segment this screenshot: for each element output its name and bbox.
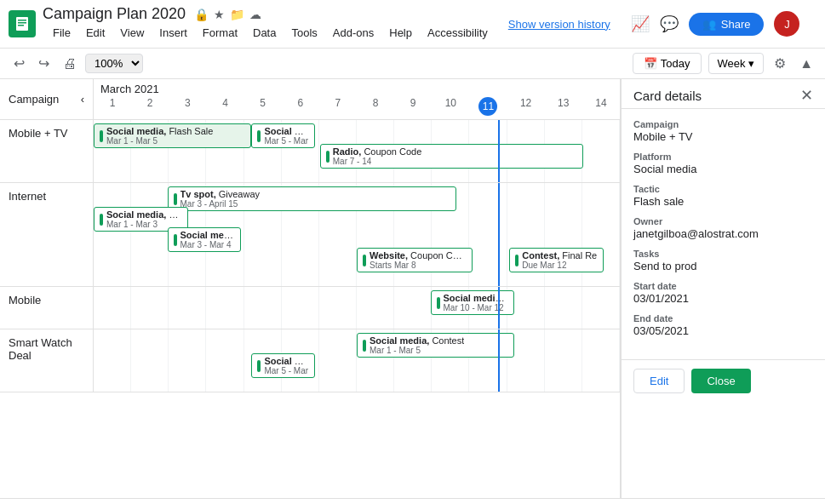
svg-rect-0	[16, 17, 28, 31]
menu-insert[interactable]: Insert	[152, 23, 194, 43]
event-text-3-1: Social media, Flash saleMar 5 - Mar 5	[264, 356, 308, 375]
event-bar-0-0[interactable]: Social media, Flash SaleMar 1 - Mar 5	[94, 123, 251, 148]
share-button[interactable]: 👥 Share	[689, 13, 765, 36]
event-dot-1-3	[363, 255, 366, 266]
date-cell-6: 6	[282, 95, 319, 117]
row-content-1: Tv spot, GiveawayMar 3 - April 15Social …	[94, 183, 620, 286]
month-label: March 2021	[94, 83, 620, 95]
calendar-body: Mobile + TVSocial media, Flash SaleMar 1…	[0, 120, 620, 498]
event-bar-3-0[interactable]: Social media, ContestMar 1 - Mar 5	[357, 333, 514, 358]
menu-bar: Campaign Plan 2020 🔒 ★ 📁 ☁ File Edit Vie…	[0, 0, 825, 49]
event-bar-0-2[interactable]: Radio, Coupon CodeMar 7 - 14	[320, 144, 583, 169]
card-field-label-3: Owner	[633, 216, 813, 226]
card-panel: Card details ✕ CampaignMobile + TVPlatfo…	[621, 79, 825, 498]
undo-button[interactable]: ↩	[9, 52, 30, 75]
star-icon: ★	[214, 8, 225, 21]
card-actions: Edit Close	[622, 359, 825, 402]
event-bar-3-1[interactable]: Social media, Flash saleMar 5 - Mar 5	[251, 353, 314, 378]
date-cell-2: 2	[131, 95, 169, 117]
settings-button[interactable]: ⚙	[771, 52, 789, 75]
menu-accessibility[interactable]: Accessibility	[421, 23, 495, 43]
menu-help[interactable]: Help	[382, 23, 419, 43]
card-field-label-4: Tasks	[633, 249, 813, 259]
event-sub-0-0: Mar 1 - Mar 5	[106, 136, 213, 146]
row-content-2: Social media, GiftcardMar 10 - Mar 12	[94, 287, 620, 329]
cal-row-3: Smart Watch DealSocial media, ContestMar…	[0, 329, 620, 392]
card-header: Card details ✕	[622, 79, 825, 109]
row-label-0: Mobile + TV	[0, 120, 94, 182]
menu-format[interactable]: Format	[196, 23, 244, 43]
share-icon: 👥	[702, 18, 716, 31]
date-cell-4: 4	[206, 95, 243, 117]
date-cell-10: 10	[432, 95, 469, 117]
event-bar-1-0[interactable]: Tv spot, GiveawayMar 3 - April 15	[168, 186, 457, 211]
collapse-button[interactable]: ▲	[796, 53, 816, 75]
menu-edit[interactable]: Edit	[79, 23, 112, 43]
close-card-button[interactable]: Close	[691, 369, 750, 393]
cal-row-1: InternetTv spot, GiveawayMar 3 - April 1…	[0, 183, 620, 287]
event-dot-2-0	[437, 297, 440, 309]
menu-addons[interactable]: Add-ons	[326, 23, 381, 43]
event-sub-3-0: Mar 1 - Mar 5	[370, 346, 464, 355]
event-text-0-1: Social media, Flash saleMar 5 - Mar 5	[264, 126, 308, 146]
event-dot-1-2	[174, 234, 177, 246]
event-sub-0-1: Mar 5 - Mar 5	[264, 136, 308, 146]
redo-button[interactable]: ↪	[33, 52, 54, 75]
event-text-1-3: Website, Coupon CodeStarts Mar 8	[370, 250, 467, 270]
collapse-campaign-icon[interactable]: ‹	[81, 93, 84, 106]
card-field-0: CampaignMobile + TV	[633, 119, 813, 143]
card-close-button[interactable]: ✕	[800, 88, 813, 103]
card-field-value-2: Flash sale	[633, 195, 813, 208]
event-bar-1-3[interactable]: Website, Coupon CodeStarts Mar 8	[357, 248, 473, 272]
menu-file[interactable]: File	[46, 23, 77, 43]
event-text-3-0: Social media, ContestMar 1 - Mar 5	[370, 335, 464, 355]
event-dot-3-1	[257, 360, 261, 372]
date-cell-3: 3	[169, 95, 206, 117]
today-button[interactable]: 📅 Today	[633, 53, 702, 74]
card-field-6: End date03/05/2021	[633, 313, 813, 337]
event-bar-2-0[interactable]: Social media, GiftcardMar 10 - Mar 12	[431, 290, 515, 315]
zoom-select[interactable]: 100% 75% 125%	[85, 54, 143, 73]
app-icon	[9, 10, 36, 37]
card-field-5: Start date03/01/2021	[633, 281, 813, 305]
event-dot-0-0	[100, 130, 103, 142]
row-label-1: Internet	[0, 183, 94, 286]
date-cell-7: 7	[319, 95, 357, 117]
share-label: Share	[721, 18, 751, 31]
cloud-icon: ☁	[249, 8, 261, 21]
card-field-value-6: 03/05/2021	[633, 324, 813, 337]
date-cell-12: 12	[507, 95, 545, 117]
card-field-value-5: 03/01/2021	[633, 292, 813, 305]
date-cell-9: 9	[394, 95, 432, 117]
card-field-value-3: janetgilboa@alostrat.com	[633, 227, 813, 240]
event-text-1-2: Social media, GiftcardMar 3 - Mar 4	[180, 230, 236, 249]
card-body: CampaignMobile + TVPlatformSocial mediaT…	[622, 109, 825, 356]
card-field-label-1: Platform	[633, 152, 813, 162]
event-sub-1-3: Starts Mar 8	[370, 261, 467, 270]
trending-icon: 📈	[631, 14, 650, 33]
event-dot-1-4	[515, 255, 518, 266]
print-button[interactable]: 🖨	[58, 53, 82, 75]
date-cell-13: 13	[545, 95, 582, 117]
card-panel-title: Card details	[633, 89, 702, 103]
month-header: March 2021 1234567891011121314	[94, 79, 620, 119]
cal-row-2: MobileSocial media, GiftcardMar 10 - Mar…	[0, 287, 620, 329]
toolbar-right: 📅 Today Week ▾ ⚙ ▲	[633, 52, 816, 75]
bottom-tabs: + ☰ 📋 Campaign Plan 2020 ▾ 📊 Campaign Pr…	[0, 498, 825, 504]
menu-data[interactable]: Data	[246, 23, 283, 43]
event-sub-3-1: Mar 5 - Mar 5	[264, 366, 308, 375]
week-button[interactable]: Week ▾	[708, 53, 765, 74]
card-field-label-6: End date	[633, 313, 813, 324]
top-right-icons: 📈 💬 👥 Share J	[631, 11, 800, 37]
toolbar: ↩ ↪ 🖨 100% 75% 125% 📅 Today Week ▾ ⚙ ▲	[0, 49, 825, 79]
event-bar-0-1[interactable]: Social media, Flash saleMar 5 - Mar 5	[251, 123, 314, 148]
calendar-header: Campaign ‹ March 2021 123456789101112131…	[0, 79, 620, 120]
edit-button[interactable]: Edit	[633, 369, 685, 393]
menu-view[interactable]: View	[113, 23, 151, 43]
event-sub-0-2: Mar 7 - 14	[333, 157, 422, 166]
event-sub-1-4: Due Mar 12	[522, 261, 597, 270]
version-history-link[interactable]: Show version history	[508, 18, 610, 31]
event-bar-1-2[interactable]: Social media, GiftcardMar 3 - Mar 4	[168, 227, 242, 252]
menu-tools[interactable]: Tools	[284, 23, 324, 43]
event-bar-1-4[interactable]: Contest, Final ReDue Mar 12	[509, 248, 604, 272]
